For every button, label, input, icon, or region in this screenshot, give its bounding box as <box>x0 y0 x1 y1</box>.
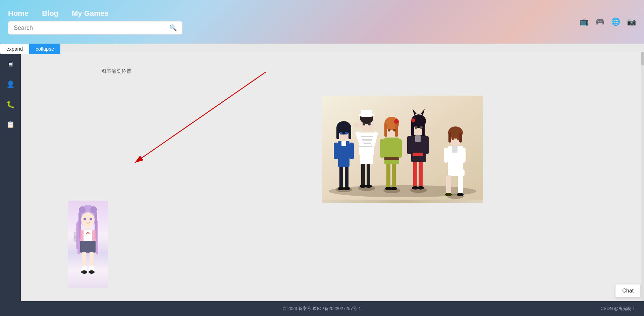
svg-point-21 <box>89 270 95 274</box>
svg-rect-91 <box>422 121 425 136</box>
svg-rect-84 <box>415 135 421 142</box>
svg-point-9 <box>90 218 92 220</box>
footer-credit: CSDN @鬼鬼骑士 <box>600 306 636 312</box>
svg-rect-10 <box>86 226 90 230</box>
nav-wrapper: Home Blog My Games 🔍 <box>8 9 196 35</box>
svg-point-94 <box>411 118 415 122</box>
svg-rect-29 <box>345 166 348 188</box>
footer: © 2023 备案号:豫ICP备2022027257号-1 CSDN @鬼鬼骑士 <box>0 301 644 316</box>
svg-rect-98 <box>448 169 465 176</box>
svg-point-31 <box>343 187 350 190</box>
svg-rect-105 <box>444 148 448 163</box>
svg-rect-34 <box>334 143 338 159</box>
svg-point-82 <box>417 186 424 190</box>
svg-point-59 <box>363 123 365 125</box>
camera-icon[interactable]: 📷 <box>627 17 636 26</box>
nav-my-games[interactable]: My Games <box>72 9 109 18</box>
nav-blog[interactable]: Blog <box>42 9 58 18</box>
svg-rect-100 <box>458 175 463 194</box>
svg-point-101 <box>445 193 452 196</box>
svg-rect-28 <box>339 166 343 188</box>
svg-point-20 <box>81 270 87 274</box>
svg-point-96 <box>420 126 423 129</box>
gamepad-icon[interactable]: 🎮 <box>595 17 604 26</box>
svg-point-40 <box>340 132 342 135</box>
svg-line-1 <box>135 72 266 163</box>
svg-point-47 <box>365 185 372 188</box>
svg-point-77 <box>393 129 396 131</box>
svg-point-75 <box>394 119 399 124</box>
expand-button[interactable]: expand <box>0 44 29 54</box>
svg-rect-64 <box>392 164 396 188</box>
svg-rect-110 <box>459 133 462 143</box>
svg-point-41 <box>345 132 348 135</box>
header-icons: 📺 🎮 🌐 📷 <box>580 17 636 26</box>
svg-rect-68 <box>384 157 399 160</box>
svg-rect-67 <box>384 138 399 164</box>
sidebar: 🖥 👤 🐛 📋 <box>0 44 21 301</box>
svg-rect-18 <box>82 266 87 271</box>
svg-rect-99 <box>446 175 451 194</box>
svg-point-111 <box>451 137 454 140</box>
scrollbar[interactable] <box>641 52 644 301</box>
svg-rect-45 <box>367 164 370 186</box>
search-input[interactable] <box>14 24 169 32</box>
nav-home[interactable]: Home <box>8 9 29 18</box>
svg-rect-73 <box>384 123 387 137</box>
book-icon[interactable]: 📋 <box>6 120 15 128</box>
svg-rect-90 <box>411 121 414 136</box>
svg-point-60 <box>368 123 371 125</box>
svg-rect-104 <box>452 146 458 153</box>
chat-button[interactable]: Chat <box>615 284 641 298</box>
svg-rect-33 <box>341 141 346 146</box>
svg-point-66 <box>390 187 397 190</box>
anime-char-svg <box>69 202 106 286</box>
svg-point-6 <box>90 206 97 213</box>
svg-rect-85 <box>413 153 423 156</box>
svg-rect-44 <box>361 164 365 186</box>
svg-rect-86 <box>407 136 411 154</box>
svg-point-102 <box>457 193 464 196</box>
chart-label: 图表渲染位置 <box>101 68 131 74</box>
user-icon[interactable]: 👤 <box>6 80 15 88</box>
svg-rect-69 <box>380 139 384 158</box>
svg-rect-24 <box>76 222 78 249</box>
header: Home Blog My Games 🔍 📺 🎮 🌐 📷 <box>0 0 644 44</box>
svg-point-95 <box>415 126 417 129</box>
search-icon: 🔍 <box>169 24 177 32</box>
monitor-icon[interactable]: 🖥 <box>7 60 14 68</box>
scrollbar-thumb[interactable] <box>641 52 644 65</box>
svg-rect-19 <box>89 266 94 271</box>
svg-point-5 <box>79 206 86 213</box>
svg-rect-109 <box>448 133 451 143</box>
nav-links: Home Blog My Games <box>8 9 196 18</box>
svg-rect-15 <box>80 241 96 253</box>
bug-icon[interactable]: 🐛 <box>6 100 15 108</box>
char-watermark: 妊•素材•模型 <box>73 228 78 236</box>
globe-icon[interactable]: 🌐 <box>611 17 620 26</box>
svg-rect-106 <box>462 148 466 163</box>
svg-point-8 <box>84 218 86 220</box>
svg-rect-63 <box>386 164 390 188</box>
svg-rect-39 <box>348 127 351 139</box>
svg-rect-87 <box>425 136 429 154</box>
anime-group-svg <box>322 96 483 200</box>
svg-rect-35 <box>350 143 354 159</box>
svg-point-61 <box>354 123 359 127</box>
svg-rect-49 <box>359 136 374 137</box>
search-bar: 🔍 <box>8 21 182 35</box>
svg-point-76 <box>388 129 390 131</box>
svg-rect-23 <box>96 221 98 254</box>
svg-rect-58 <box>361 110 372 116</box>
footer-copyright: © 2023 备案号:豫ICP备2022027257号-1 <box>283 306 361 312</box>
collapse-button[interactable]: collapse <box>29 44 60 54</box>
svg-rect-70 <box>397 139 402 158</box>
svg-rect-43 <box>360 154 373 164</box>
svg-rect-80 <box>419 161 423 187</box>
red-arrow <box>88 69 269 176</box>
btn-row: expand collapse <box>0 44 60 54</box>
anime-group-image <box>322 96 483 203</box>
main-content: 图表渲染位置 <box>21 52 644 301</box>
tv-icon[interactable]: 📺 <box>580 17 589 26</box>
svg-point-7 <box>81 212 95 227</box>
